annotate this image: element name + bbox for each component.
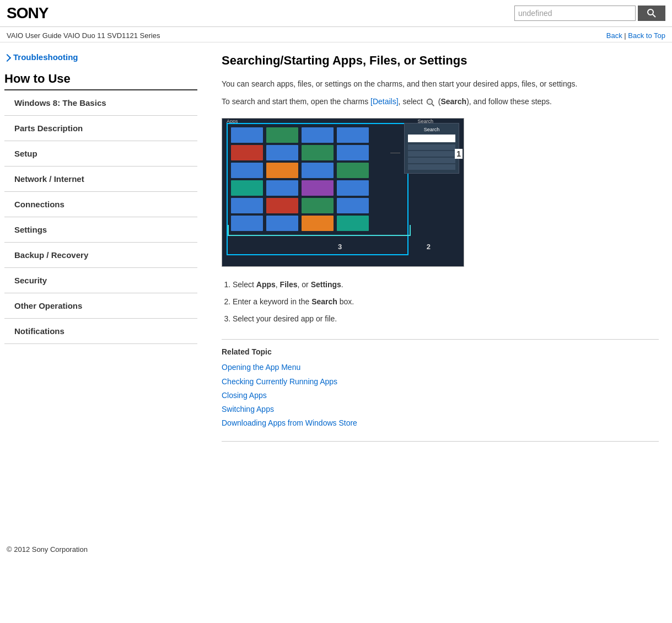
sidebar-item-connections[interactable]: Connections [4,192,197,217]
guide-title: VAIO User Guide VAIO Duo 11 SVD1121 Seri… [7,31,160,40]
app-tile [266,127,298,143]
app-tile [266,180,298,196]
steps-intro-before: To search and start them, open the charm… [222,97,370,106]
bracket-side-right [410,225,411,236]
app-tile [302,145,334,160]
search-input[interactable] [514,6,636,21]
app-tile [266,216,298,231]
app-tile [337,198,369,213]
troubleshooting-link[interactable]: Troubleshooting [0,49,204,67]
related-topic-title: Related Topic [222,347,659,356]
svg-point-0 [648,9,653,15]
back-link[interactable]: Back [606,31,622,40]
app-tile [231,127,263,143]
app-tile [266,198,298,213]
main-layout: Troubleshooting How to Use Windows 8: Th… [0,42,672,539]
search-panel-title: Search [408,127,455,132]
header: SONY [0,0,672,27]
app-tile [231,145,263,160]
related-link-3[interactable]: Switching Apps [222,402,659,416]
app-tile [266,145,298,160]
callout-3: 3 [338,243,342,251]
copyright-text: © 2012 Sony Corporation [7,545,88,554]
search-icon-inline [426,98,435,107]
sidebar-item-backup[interactable]: Backup / Recovery [4,243,197,268]
app-tile [337,163,369,178]
search-items [408,144,455,170]
breadcrumb-bar: VAIO User Guide VAIO Duo 11 SVD1121 Seri… [0,27,672,42]
app-tile [302,198,334,213]
step-1: Select Apps, Files, or Settings. [233,278,659,292]
search-item [408,144,455,150]
sidebar-item-windows8[interactable]: Windows 8: The Basics [4,90,197,116]
sidebar-item-settings[interactable]: Settings [4,217,197,243]
callout-1: 1 [455,149,463,159]
search-box-sim [408,135,455,142]
related-link-0[interactable]: Opening the App Menu [222,361,659,374]
chevron-right-icon [3,53,11,61]
sidebar-item-parts[interactable]: Parts Description [4,116,197,141]
related-link-2[interactable]: Closing Apps [222,389,659,402]
app-tile [302,127,334,143]
logo-area: SONY [7,4,48,22]
app-tile [302,180,334,196]
sidebar-item-notifications[interactable]: Notifications [4,319,197,344]
callout-line [390,153,400,153]
steps-intro-mid: , select [399,97,425,106]
step-3: Select your desired app or file. [233,312,659,326]
related-topic-section: Related Topic Opening the App Menu Check… [222,339,659,430]
screenshot-container: Apps Search [222,118,659,267]
steps-intro-after: (Search), and follow these steps. [436,97,552,106]
svg-point-2 [427,99,432,104]
sidebar-item-security[interactable]: Security [4,268,197,293]
content-area: Searching/Starting Apps, Files, or Setti… [204,42,672,539]
steps-list: Select Apps, Files, or Settings. Enter a… [233,278,659,326]
app-tile [337,180,369,196]
search-item [408,151,455,157]
svg-line-1 [653,14,655,17]
search-icon [647,9,656,18]
app-tile [266,163,298,178]
search-item [408,158,455,163]
nav-links: Back | Back to Top [606,31,665,40]
how-to-use-section: How to Use Windows 8: The Basics Parts D… [0,67,204,344]
search-button[interactable] [638,6,665,21]
app-tile [231,180,263,196]
app-tile [231,163,263,178]
app-tile [302,163,334,178]
back-to-top-link[interactable]: Back to Top [628,31,665,40]
search-item [408,164,455,170]
details-link[interactable]: [Details] [370,97,399,106]
troubleshooting-label: Troubleshooting [13,52,78,62]
step-2: Enter a keyword in the Search box. [233,295,659,309]
sidebar-item-other[interactable]: Other Operations [4,293,197,319]
app-tile [337,216,369,231]
sony-logo: SONY [7,4,48,22]
how-to-use-title: How to Use [4,67,197,90]
callout-2: 2 [427,243,431,251]
footer: © 2012 Sony Corporation [0,539,672,560]
intro-paragraph: You can search apps, files, or settings … [222,78,659,90]
svg-line-3 [432,104,434,106]
screenshot-image: Apps Search [222,118,464,267]
app-tile [337,145,369,160]
footer-divider [222,441,659,442]
steps-intro: To search and start them, open the charm… [222,95,659,108]
app-tile [337,127,369,143]
app-grid [227,123,374,235]
search-panel-sim: Search [404,123,459,174]
related-link-1[interactable]: Checking Currently Running Apps [222,375,659,389]
sidebar-item-network[interactable]: Network / Internet [4,167,197,192]
related-link-4[interactable]: Downloading Apps from Windows Store [222,416,659,430]
page-title: Searching/Starting Apps, Files, or Setti… [222,53,659,68]
app-tile [231,216,263,231]
bracket-side-left [228,225,229,236]
app-tile [302,216,334,231]
bracket-bottom [228,235,410,236]
sidebar-item-setup[interactable]: Setup [4,141,197,167]
search-area [514,6,665,21]
sidebar: Troubleshooting How to Use Windows 8: Th… [0,42,204,539]
app-tile [231,198,263,213]
